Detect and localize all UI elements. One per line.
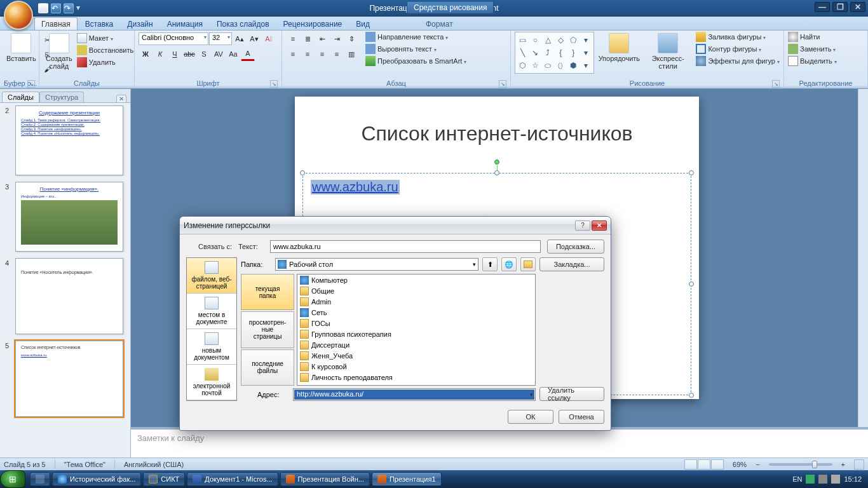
tab-animation[interactable]: Анимация	[161, 18, 209, 30]
thumbnail[interactable]: Понятие «информация». Информация – это..…	[15, 182, 123, 252]
resize-handle[interactable]	[494, 170, 499, 175]
resize-handle[interactable]	[689, 393, 694, 398]
align-justify-button[interactable]: ≡	[330, 47, 344, 61]
zoom-in-button[interactable]: +	[841, 461, 845, 468]
align-center-button[interactable]: ≡	[301, 47, 315, 61]
tab-home[interactable]: Главная	[34, 17, 78, 30]
select-button[interactable]: Выделить	[788, 56, 837, 66]
taskbar-item[interactable]	[30, 472, 50, 486]
normal-view-button[interactable]	[684, 459, 697, 470]
dialog-close-button[interactable]: ✕	[592, 220, 607, 231]
align-right-button[interactable]: ≡	[315, 47, 329, 61]
dialog-help-button[interactable]: ?	[575, 220, 590, 231]
indent-inc-button[interactable]: ⇥	[330, 32, 344, 46]
qat-save-icon[interactable]	[38, 3, 48, 13]
qat-undo-icon[interactable]: ↶	[51, 3, 61, 13]
font-name-combo[interactable]: Calibri (Основно	[139, 32, 208, 45]
italic-button[interactable]: К	[153, 47, 167, 61]
layout-button[interactable]: Макет	[77, 33, 133, 43]
close-button[interactable]: ✕	[850, 2, 865, 12]
text-to-display-input[interactable]	[270, 240, 541, 253]
minimize-button[interactable]: —	[815, 2, 830, 12]
address-combo[interactable]: http://www.azbuka.ru/	[293, 388, 536, 401]
shapes-gallery[interactable]: ▭○△◇⬠▾ ╲↘⤴{}▾ ⬡☆⬭⬯⬢▾	[515, 32, 594, 74]
slideshow-view-button[interactable]	[711, 459, 724, 470]
hyperlink-selected[interactable]: www.azbuka.ru	[311, 180, 400, 194]
font-color-button[interactable]: A	[241, 47, 255, 61]
up-folder-button[interactable]: ⬆	[482, 257, 498, 271]
maximize-button[interactable]: ❐	[832, 2, 848, 12]
taskbar-item[interactable]: Презентация Войн...	[280, 472, 370, 486]
panel-tab-slides[interactable]: Слайды	[2, 92, 39, 102]
shape-fill-button[interactable]: Заливка фигуры	[696, 32, 780, 42]
replace-button[interactable]: Заменить	[788, 44, 836, 54]
align-text-button[interactable]: Выровнять текст	[365, 44, 466, 54]
change-case-button[interactable]: Aa	[226, 47, 240, 61]
shape-effects-button[interactable]: Эффекты для фигур	[696, 56, 780, 66]
language-status[interactable]: Английский (США)	[124, 461, 184, 468]
resize-handle[interactable]	[689, 281, 694, 287]
remove-link-button[interactable]: Удалить ссылку	[539, 387, 604, 401]
shape-outline-button[interactable]: Контур фигуры	[696, 44, 780, 54]
browse-web-button[interactable]: 🌐	[501, 257, 517, 271]
tab-view[interactable]: Вид	[349, 18, 376, 30]
clipboard-launcher[interactable]: ↘	[27, 80, 35, 88]
slide-title[interactable]: Список интернет-источников	[295, 97, 699, 146]
tray-language[interactable]: EN	[792, 475, 802, 483]
clear-format-button[interactable]: A⃠	[262, 32, 276, 46]
text-direction-button[interactable]: Направление текста	[365, 32, 466, 42]
bold-button[interactable]: Ж	[139, 47, 153, 61]
paste-button[interactable]: Вставить	[4, 32, 39, 64]
notes-pane[interactable]: Заметки к слайду	[131, 427, 868, 458]
columns-button[interactable]: ▥	[344, 47, 358, 61]
cancel-button[interactable]: Отмена	[559, 410, 604, 424]
drawing-launcher[interactable]: ↘	[772, 80, 780, 88]
panel-tab-outline[interactable]: Структура	[39, 92, 84, 102]
browse-file-button[interactable]	[520, 257, 536, 271]
delete-slide-button[interactable]: Удалить	[77, 57, 133, 67]
new-slide-button[interactable]: Создать слайд	[43, 32, 75, 71]
resize-handle[interactable]	[300, 170, 305, 175]
folder-combo[interactable]: Рабочий стол	[275, 258, 478, 271]
screentip-button[interactable]: Подсказка...	[547, 240, 604, 254]
align-left-button[interactable]: ≡	[286, 47, 300, 61]
paragraph-launcher[interactable]: ↘	[499, 80, 506, 88]
font-size-combo[interactable]: 32	[209, 32, 232, 45]
link-to-file-web[interactable]: файлом, веб- страницей	[187, 258, 236, 294]
tab-slideshow[interactable]: Показ слайдов	[210, 18, 276, 30]
dialog-titlebar[interactable]: Изменение гиперссылки ? ✕	[180, 217, 611, 234]
link-to-email[interactable]: электронной почтой	[187, 365, 236, 400]
tab-insert[interactable]: Вставка	[79, 18, 120, 30]
char-spacing-button[interactable]: AV	[212, 47, 226, 61]
qat-redo-icon[interactable]: ↷	[64, 3, 74, 13]
tray-clock[interactable]: 15:12	[844, 475, 862, 483]
current-folder-tab[interactable]: текущая папка	[241, 274, 294, 310]
zoom-out-button[interactable]: −	[756, 461, 759, 468]
tray-icon[interactable]	[818, 475, 827, 484]
grow-font-button[interactable]: A▴	[233, 32, 247, 46]
taskbar-item[interactable]: Исторический фак...	[52, 472, 141, 486]
tab-review[interactable]: Рецензирование	[277, 18, 349, 30]
rotate-handle[interactable]	[494, 159, 499, 165]
file-list[interactable]: Компьютер Общие Admin Сеть ГОСы Группова…	[297, 274, 536, 386]
thumbnails-list[interactable]: 2 Содержание презентации Слайд 1. Тема р…	[0, 103, 130, 458]
bullets-button[interactable]: ≡	[286, 32, 300, 46]
taskbar-item[interactable]: СИКТ	[143, 472, 185, 486]
shrink-font-button[interactable]: A▾	[247, 32, 261, 46]
smartart-button[interactable]: Преобразовать в SmartArt	[365, 56, 466, 66]
reset-button[interactable]: Восстановить	[77, 45, 133, 55]
underline-button[interactable]: Ч	[168, 47, 182, 61]
shadow-button[interactable]: S	[197, 47, 211, 61]
thumbnail[interactable]: Понятие «Носитель информации».	[15, 258, 123, 334]
indent-dec-button[interactable]: ⇤	[315, 32, 329, 46]
recent-files-tab[interactable]: последние файлы	[241, 349, 294, 386]
browsed-pages-tab[interactable]: просмотрен- ные страницы	[241, 311, 294, 348]
bookmark-button[interactable]: Закладка...	[539, 257, 604, 271]
zoom-level[interactable]: 69%	[733, 461, 747, 468]
qat-customize-icon[interactable]: ▾	[76, 3, 83, 13]
tab-design[interactable]: Дизайн	[121, 18, 159, 30]
link-to-place-in-doc[interactable]: местом в документе	[187, 294, 236, 329]
panel-close-icon[interactable]: ✕	[116, 95, 126, 102]
zoom-thumb[interactable]	[812, 461, 817, 468]
font-launcher[interactable]: ↘	[270, 80, 278, 88]
